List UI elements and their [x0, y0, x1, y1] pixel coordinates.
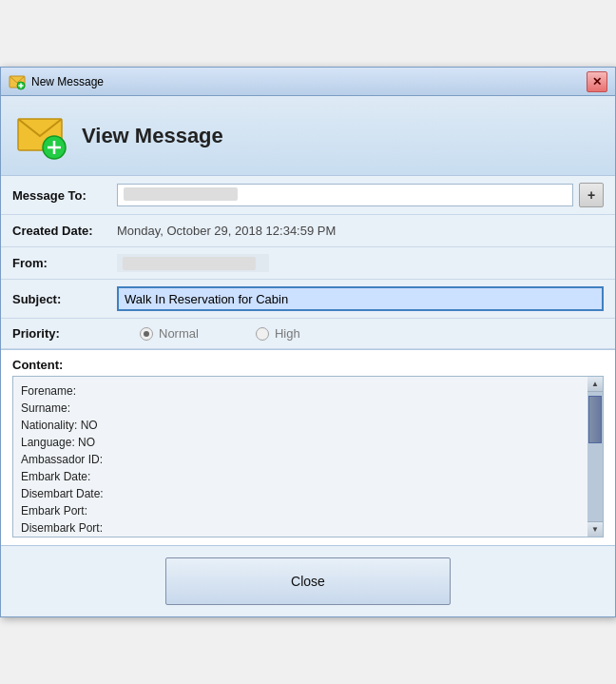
subject-label: Subject:: [12, 292, 117, 306]
content-section: Content: Forename: Surname: Nationality:…: [1, 350, 615, 545]
priority-normal-option[interactable]: Normal: [140, 326, 199, 341]
recipient-blurred: [124, 187, 238, 201]
created-date-value: Monday, October 29, 2018 12:34:59 PM: [117, 224, 604, 238]
scrollbar-track: [587, 392, 603, 521]
created-date-row: Created Date: Monday, October 29, 2018 1…: [1, 215, 615, 247]
scrollbar: ▲ ▼: [587, 377, 603, 537]
new-message-window: New Message ✕ View Message Message To:: [0, 67, 616, 617]
header-title: View Message: [82, 124, 223, 148]
header-icon: [16, 109, 68, 162]
scrollbar-thumb[interactable]: [588, 396, 602, 443]
priority-high-label: High: [275, 326, 300, 341]
add-recipient-button[interactable]: +: [579, 183, 604, 207]
priority-label: Priority:: [12, 326, 117, 341]
header-section: View Message: [1, 96, 615, 176]
envelope-plus-icon: [16, 109, 68, 162]
priority-row: Priority: Normal High: [1, 319, 615, 349]
subject-row: Subject:: [1, 280, 615, 319]
priority-high-option[interactable]: High: [256, 326, 300, 341]
message-to-field[interactable]: [117, 184, 573, 206]
from-value: [117, 254, 269, 272]
app-icon: [9, 73, 26, 90]
close-title-btn[interactable]: ✕: [587, 71, 607, 92]
content-textarea[interactable]: Forename: Surname: Nationality: NO Langu…: [13, 377, 587, 537]
title-bar: New Message ✕: [1, 68, 615, 96]
message-to-label: Message To:: [12, 188, 117, 203]
scrollbar-down-button[interactable]: ▼: [587, 521, 603, 537]
content-area-wrapper: Forename: Surname: Nationality: NO Langu…: [12, 376, 604, 537]
priority-normal-label: Normal: [159, 326, 199, 341]
priority-normal-radio[interactable]: [140, 327, 153, 341]
title-bar-text: New Message: [31, 75, 104, 88]
priority-options: Normal High: [140, 326, 300, 341]
title-bar-left: New Message: [9, 73, 104, 90]
subject-input[interactable]: [117, 286, 604, 311]
from-row: From:: [1, 247, 615, 280]
message-to-row: Message To: +: [1, 176, 615, 215]
message-to-container: +: [117, 183, 604, 207]
close-button[interactable]: Close: [165, 557, 451, 605]
content-label: Content:: [12, 358, 604, 372]
priority-high-radio[interactable]: [256, 327, 269, 341]
from-blurred: [123, 257, 256, 270]
from-label: From:: [12, 256, 117, 270]
footer-section: Close: [1, 545, 615, 616]
created-date-label: Created Date:: [12, 224, 117, 238]
scrollbar-up-button[interactable]: ▲: [587, 377, 603, 392]
form-section: Message To: + Created Date: Monday, Octo…: [1, 176, 615, 350]
